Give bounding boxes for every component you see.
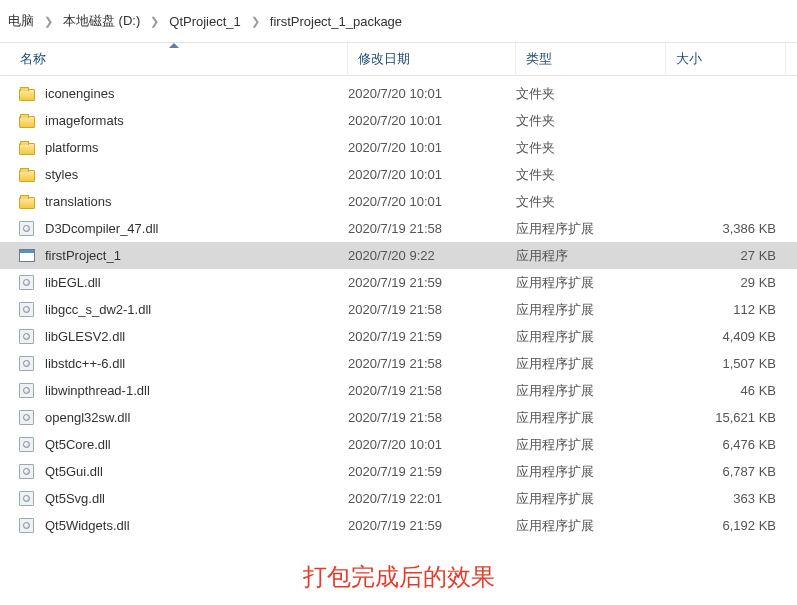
cell-size: 6,476 KB xyxy=(666,437,786,452)
cell-type: 应用程序扩展 xyxy=(516,490,666,508)
dll-icon xyxy=(18,490,35,507)
cell-size: 4,409 KB xyxy=(666,329,786,344)
cell-size: 112 KB xyxy=(666,302,786,317)
file-row[interactable]: Qt5Core.dll2020/7/20 10:01应用程序扩展6,476 KB xyxy=(0,431,797,458)
column-header-type[interactable]: 类型 xyxy=(516,43,666,75)
file-row[interactable]: Qt5Widgets.dll2020/7/19 21:59应用程序扩展6,192… xyxy=(0,512,797,539)
sort-ascending-icon xyxy=(169,43,179,48)
cell-type: 应用程序扩展 xyxy=(516,463,666,481)
cell-type: 应用程序扩展 xyxy=(516,274,666,292)
folder-icon xyxy=(18,193,35,210)
file-name: imageformats xyxy=(45,113,124,128)
cell-name: iconengines xyxy=(0,85,348,102)
file-row[interactable]: Qt5Svg.dll2020/7/19 22:01应用程序扩展363 KB xyxy=(0,485,797,512)
breadcrumb-item[interactable]: QtProjiect_1 xyxy=(163,12,247,31)
file-name: iconengines xyxy=(45,86,114,101)
breadcrumb-item[interactable]: firstProject_1_package xyxy=(264,12,408,31)
cell-date: 2020/7/19 21:58 xyxy=(348,302,516,317)
cell-type: 应用程序扩展 xyxy=(516,436,666,454)
file-row[interactable]: libwinpthread-1.dll2020/7/19 21:58应用程序扩展… xyxy=(0,377,797,404)
cell-name: libEGL.dll xyxy=(0,274,348,291)
file-row[interactable]: firstProject_12020/7/20 9:22应用程序27 KB xyxy=(0,242,797,269)
column-header-date[interactable]: 修改日期 xyxy=(348,43,516,75)
file-name: Qt5Core.dll xyxy=(45,437,111,452)
cell-date: 2020/7/20 10:01 xyxy=(348,167,516,182)
file-name: Qt5Svg.dll xyxy=(45,491,105,506)
cell-name: opengl32sw.dll xyxy=(0,409,348,426)
dll-icon xyxy=(18,382,35,399)
file-row[interactable]: styles2020/7/20 10:01文件夹 xyxy=(0,161,797,188)
file-name: translations xyxy=(45,194,111,209)
file-row[interactable]: imageformats2020/7/20 10:01文件夹 xyxy=(0,107,797,134)
file-row[interactable]: libGLESV2.dll2020/7/19 21:59应用程序扩展4,409 … xyxy=(0,323,797,350)
chevron-right-icon: ❯ xyxy=(247,15,264,28)
file-name: D3Dcompiler_47.dll xyxy=(45,221,158,236)
file-row[interactable]: opengl32sw.dll2020/7/19 21:58应用程序扩展15,62… xyxy=(0,404,797,431)
file-name: opengl32sw.dll xyxy=(45,410,130,425)
cell-date: 2020/7/19 21:58 xyxy=(348,356,516,371)
cell-type: 文件夹 xyxy=(516,193,666,211)
cell-type: 应用程序扩展 xyxy=(516,355,666,373)
cell-type: 文件夹 xyxy=(516,112,666,130)
cell-size: 15,621 KB xyxy=(666,410,786,425)
cell-size: 6,787 KB xyxy=(666,464,786,479)
cell-date: 2020/7/20 10:01 xyxy=(348,194,516,209)
cell-name: Qt5Gui.dll xyxy=(0,463,348,480)
breadcrumb-item[interactable]: 本地磁盘 (D:) xyxy=(57,10,146,32)
file-row[interactable]: libstdc++-6.dll2020/7/19 21:58应用程序扩展1,50… xyxy=(0,350,797,377)
cell-name: Qt5Widgets.dll xyxy=(0,517,348,534)
file-name: libgcc_s_dw2-1.dll xyxy=(45,302,151,317)
caption-text: 打包完成后的效果 xyxy=(0,543,797,605)
cell-name: libstdc++-6.dll xyxy=(0,355,348,372)
file-name: Qt5Widgets.dll xyxy=(45,518,130,533)
cell-name: libgcc_s_dw2-1.dll xyxy=(0,301,348,318)
column-header-name[interactable]: 名称 xyxy=(0,43,348,75)
file-name: libGLESV2.dll xyxy=(45,329,125,344)
chevron-right-icon: ❯ xyxy=(146,15,163,28)
cell-type: 文件夹 xyxy=(516,166,666,184)
cell-type: 应用程序扩展 xyxy=(516,382,666,400)
dll-icon xyxy=(18,355,35,372)
cell-type: 应用程序扩展 xyxy=(516,220,666,238)
column-header-size[interactable]: 大小 xyxy=(666,43,786,75)
cell-type: 文件夹 xyxy=(516,139,666,157)
cell-type: 应用程序扩展 xyxy=(516,409,666,427)
folder-icon xyxy=(18,85,35,102)
cell-name: styles xyxy=(0,166,348,183)
file-name: styles xyxy=(45,167,78,182)
dll-icon xyxy=(18,517,35,534)
cell-type: 应用程序扩展 xyxy=(516,301,666,319)
cell-name: imageformats xyxy=(0,112,348,129)
dll-icon xyxy=(18,274,35,291)
cell-name: Qt5Svg.dll xyxy=(0,490,348,507)
file-row[interactable]: translations2020/7/20 10:01文件夹 xyxy=(0,188,797,215)
file-row[interactable]: Qt5Gui.dll2020/7/19 21:59应用程序扩展6,787 KB xyxy=(0,458,797,485)
folder-icon xyxy=(18,139,35,156)
cell-size: 1,507 KB xyxy=(666,356,786,371)
cell-date: 2020/7/19 21:59 xyxy=(348,518,516,533)
cell-size: 29 KB xyxy=(666,275,786,290)
application-icon xyxy=(18,247,35,264)
file-name: libEGL.dll xyxy=(45,275,101,290)
cell-date: 2020/7/19 21:58 xyxy=(348,410,516,425)
cell-name: Qt5Core.dll xyxy=(0,436,348,453)
file-row[interactable]: libEGL.dll2020/7/19 21:59应用程序扩展29 KB xyxy=(0,269,797,296)
cell-date: 2020/7/19 21:58 xyxy=(348,221,516,236)
dll-icon xyxy=(18,301,35,318)
file-row[interactable]: iconengines2020/7/20 10:01文件夹 xyxy=(0,80,797,107)
file-list: iconengines2020/7/20 10:01文件夹imageformat… xyxy=(0,76,797,543)
file-row[interactable]: D3Dcompiler_47.dll2020/7/19 21:58应用程序扩展3… xyxy=(0,215,797,242)
cell-type: 应用程序扩展 xyxy=(516,517,666,535)
column-label: 大小 xyxy=(676,50,702,68)
dll-icon xyxy=(18,463,35,480)
cell-size: 6,192 KB xyxy=(666,518,786,533)
file-row[interactable]: platforms2020/7/20 10:01文件夹 xyxy=(0,134,797,161)
breadcrumb-item[interactable]: 电脑 xyxy=(2,10,40,32)
cell-date: 2020/7/20 9:22 xyxy=(348,248,516,263)
cell-size: 27 KB xyxy=(666,248,786,263)
cell-date: 2020/7/20 10:01 xyxy=(348,86,516,101)
file-name: libstdc++-6.dll xyxy=(45,356,125,371)
folder-icon xyxy=(18,166,35,183)
cell-name: libGLESV2.dll xyxy=(0,328,348,345)
file-row[interactable]: libgcc_s_dw2-1.dll2020/7/19 21:58应用程序扩展1… xyxy=(0,296,797,323)
